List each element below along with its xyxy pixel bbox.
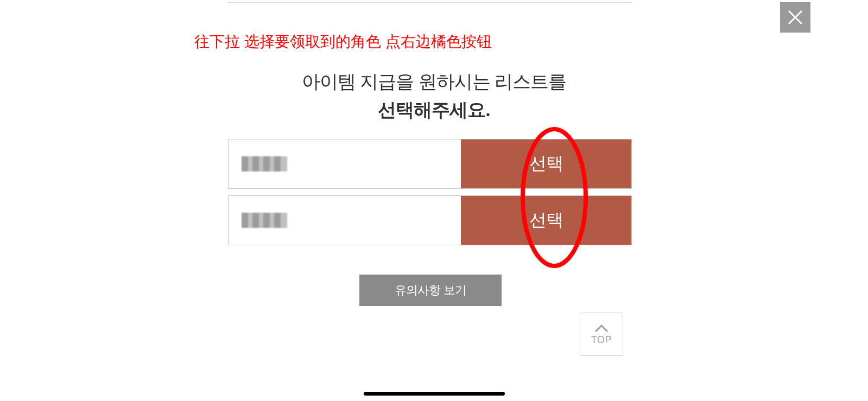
character-name-obscured [242,213,287,228]
character-name-cell [229,196,461,245]
chevron-up-icon [594,323,609,333]
list-item: 선택 [228,195,632,245]
character-list: 선택 선택 [228,139,632,252]
close-icon [787,9,804,26]
select-character-button[interactable]: 선택 [461,196,631,245]
scroll-top-label: TOP [591,334,612,346]
page-title-line2: 선택해주세요. [0,98,868,123]
scroll-top-button[interactable]: TOP [580,313,623,356]
divider [228,2,632,3]
home-indicator [364,392,505,396]
view-notice-button[interactable]: 유의사항 보기 [359,275,502,306]
select-character-button[interactable]: 선택 [461,139,631,188]
list-item: 선택 [228,139,632,189]
character-name-obscured [242,156,287,171]
page-title: 아이템 지급을 원하시는 리스트를 선택해주세요. [0,69,868,123]
character-name-cell [229,139,461,188]
instruction-annotation: 往下拉 选择要领取到的角色 点右边橘色按钮 [194,31,492,52]
close-button[interactable] [780,2,810,33]
page-title-line1: 아이템 지급을 원하시는 리스트를 [0,69,868,94]
